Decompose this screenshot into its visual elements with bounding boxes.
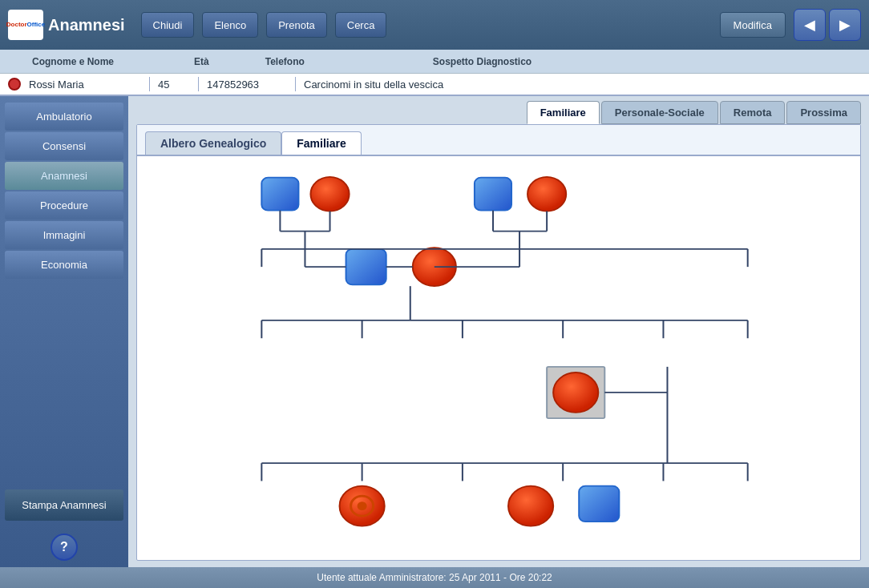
- patient-data-row: Rossi Maria 45 147852963 Carcinomi in si…: [0, 74, 869, 96]
- divider: [149, 77, 150, 91]
- tree-svg: [137, 156, 860, 556]
- sidebar-item-ambulatorio[interactable]: Ambulatorio: [5, 103, 123, 131]
- sidebar-item-anamnesi[interactable]: Anamnesi: [5, 162, 123, 190]
- status-text: Utente attuale Amministratore: 25 Apr 20…: [317, 572, 552, 583]
- svg-rect-46: [579, 486, 619, 522]
- svg-rect-0: [261, 178, 298, 211]
- divider: [198, 77, 199, 91]
- next-arrow-button[interactable]: ▶: [829, 9, 861, 41]
- top-bar: Doctor Office Anamnesi Chiudi Elenco Pre…: [0, 0, 869, 50]
- logo-icon: Doctor Office: [8, 10, 43, 40]
- svg-rect-2: [475, 178, 511, 211]
- header-phone: Telefono: [265, 56, 305, 67]
- cerca-button[interactable]: Cerca: [335, 12, 387, 38]
- patient-age: 45: [158, 79, 190, 91]
- main-layout: Ambulatorio Consensi Anamnesi Procedure …: [0, 96, 869, 567]
- patient-name: Rossi Maria: [29, 79, 141, 91]
- genealogy-canvas: [137, 156, 860, 556]
- header-name: Cognome e Nome: [32, 56, 114, 67]
- header-diagnosis: Sospetto Diagnostico: [433, 56, 532, 67]
- svg-point-1: [310, 177, 349, 211]
- elenco-button[interactable]: Elenco: [202, 12, 258, 38]
- svg-point-3: [527, 177, 566, 211]
- modifica-button[interactable]: Modifica: [720, 12, 786, 38]
- sub-tabs: Albero Genealogico Familiare: [137, 125, 860, 156]
- stampa-anamnesi-button[interactable]: Stampa Anamnesi: [5, 489, 123, 521]
- sub-tab-albero-genealogico[interactable]: Albero Genealogico: [145, 131, 281, 155]
- patient-header-row: Cognome e Nome Età Telefono Sospetto Dia…: [0, 50, 869, 74]
- tab-personale-sociale[interactable]: Personale-Sociale: [601, 101, 718, 124]
- content-area: Familiare Personale-Sociale Remota Pross…: [128, 96, 869, 567]
- patient-phone: 147852963: [207, 79, 287, 91]
- prenota-button[interactable]: Prenota: [266, 12, 327, 38]
- sidebar-item-consensi[interactable]: Consensi: [5, 132, 123, 160]
- tabs-row: Familiare Personale-Sociale Remota Pross…: [128, 96, 869, 124]
- svg-point-31: [553, 373, 598, 413]
- sidebar-item-economia[interactable]: Economia: [5, 251, 123, 279]
- svg-rect-12: [346, 249, 386, 285]
- patient-diagnosis: Carcinomi in situ della vescica: [304, 79, 443, 91]
- inner-content: Albero Genealogico Familiare: [136, 124, 861, 561]
- patient-icon: [8, 78, 21, 91]
- logo-area: Doctor Office Anamnesi: [8, 10, 125, 40]
- sidebar-item-immagini[interactable]: Immagini: [5, 221, 123, 249]
- help-button[interactable]: ?: [51, 534, 78, 561]
- tab-remota[interactable]: Remota: [720, 101, 786, 124]
- divider: [295, 77, 296, 91]
- sub-tab-familiare[interactable]: Familiare: [281, 131, 361, 155]
- tab-prossima[interactable]: Prossima: [786, 101, 861, 124]
- app-title: Anamnesi: [48, 16, 125, 34]
- prev-arrow-button[interactable]: ◀: [794, 9, 826, 41]
- header-age: Età: [194, 56, 209, 67]
- tab-familiare[interactable]: Familiare: [527, 101, 600, 124]
- sidebar: Ambulatorio Consensi Anamnesi Procedure …: [0, 96, 128, 567]
- sidebar-item-procedure[interactable]: Procedure: [5, 191, 123, 219]
- status-bar: Utente attuale Amministratore: 25 Apr 20…: [0, 567, 869, 588]
- svg-point-45: [508, 486, 553, 526]
- svg-point-44: [358, 501, 367, 510]
- nav-arrows: ◀ ▶: [794, 9, 861, 41]
- chiudi-button[interactable]: Chiudi: [141, 12, 195, 38]
